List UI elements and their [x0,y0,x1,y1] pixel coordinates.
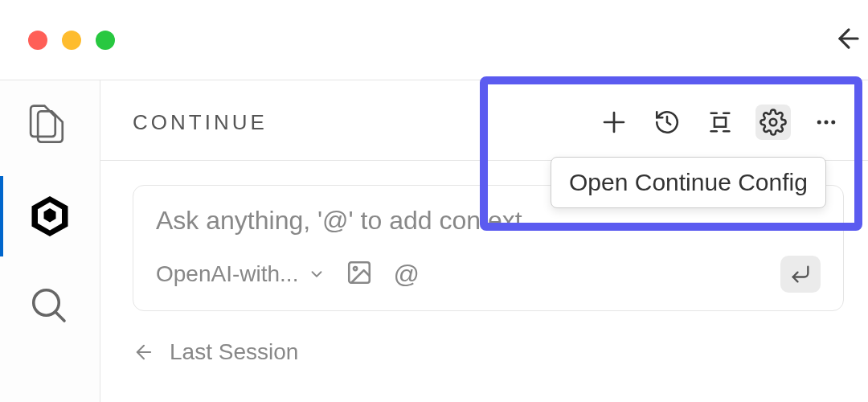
svg-point-6 [770,119,777,126]
svg-rect-5 [714,117,726,126]
svg-point-11 [354,267,357,270]
panel-toolbar [596,105,844,140]
back-arrow-icon[interactable] [833,23,864,57]
svg-point-8 [825,121,829,125]
minimize-window-button[interactable] [62,31,81,50]
last-session-link[interactable]: Last Session [100,327,868,377]
config-button[interactable] [755,105,791,140]
panel-title: CONTINUE [133,110,268,135]
chevron-down-icon [308,265,326,283]
send-button[interactable] [780,256,821,293]
svg-point-7 [817,121,821,125]
history-button[interactable] [649,105,685,140]
arrow-left-icon [133,341,155,363]
continue-tab[interactable] [0,192,100,240]
chat-input-placeholder: Ask anything, '@' to add context [156,206,821,236]
titlebar [0,0,868,80]
config-tooltip: Open Continue Config [551,157,826,208]
new-chat-button[interactable] [596,105,632,140]
svg-point-9 [831,121,835,125]
last-session-label: Last Session [170,339,298,365]
activity-bar [0,80,100,402]
at-context-button[interactable]: @ [393,260,419,289]
maximize-window-button[interactable] [96,31,115,50]
continue-panel: CONTINUE [100,80,868,402]
search-tab[interactable] [0,285,100,328]
model-selector[interactable]: OpenAI-with... [156,261,326,287]
more-options-button[interactable] [809,105,844,140]
fullscreen-button[interactable] [702,105,738,140]
image-upload-button[interactable] [346,259,373,289]
close-window-button[interactable] [28,31,47,50]
explorer-tab[interactable] [0,105,100,148]
model-selector-label: OpenAI-with... [156,261,298,287]
svg-line-2 [55,312,64,321]
traffic-lights [28,31,115,50]
